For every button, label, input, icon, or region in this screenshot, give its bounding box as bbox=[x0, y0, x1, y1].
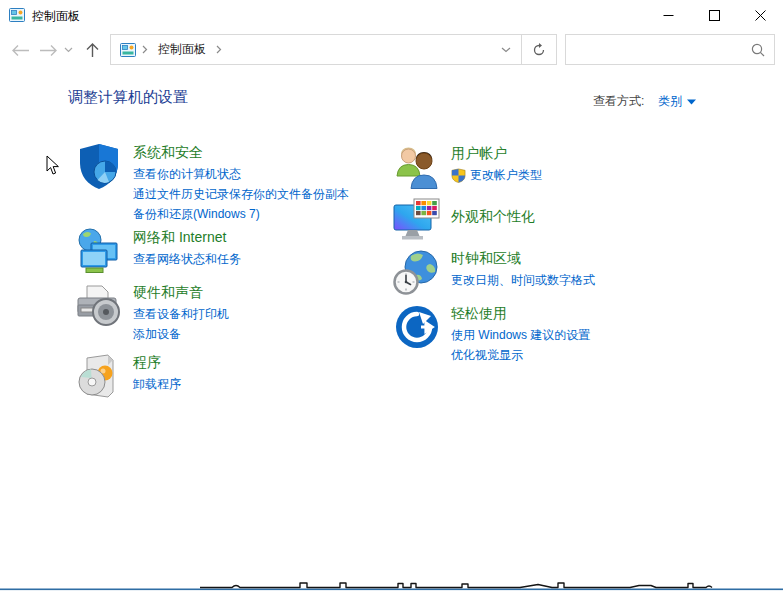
caret-down-icon bbox=[687, 99, 696, 105]
breadcrumb-item-control-panel[interactable]: 控制面板 bbox=[154, 41, 210, 58]
bottom-glitch-artifact bbox=[0, 579, 783, 591]
view-by-value: 类别 bbox=[658, 93, 682, 110]
control-panel-window: 控制面板 控制面板 bbox=[0, 0, 783, 591]
view-by-dropdown[interactable]: 类别 bbox=[658, 93, 696, 110]
link-change-date-time-format[interactable]: 更改日期、时间或数字格式 bbox=[451, 270, 595, 290]
category-clock-region: 时钟和区域 更改日期、时间或数字格式 bbox=[393, 248, 708, 296]
control-panel-icon bbox=[120, 42, 136, 58]
close-button[interactable] bbox=[737, 0, 783, 30]
search-input[interactable] bbox=[566, 36, 742, 63]
minimize-button[interactable] bbox=[645, 0, 691, 30]
system-security-icon[interactable] bbox=[75, 142, 123, 190]
minimize-icon bbox=[663, 10, 674, 21]
forward-arrow-icon bbox=[39, 44, 58, 57]
category-ease-of-access: 轻松使用 使用 Windows 建议的设置 优化视觉显示 bbox=[393, 303, 708, 365]
back-arrow-icon bbox=[11, 44, 30, 57]
close-icon bbox=[755, 10, 766, 21]
link-label: 更改帐户类型 bbox=[470, 165, 542, 185]
link-view-network-status[interactable]: 查看网络状态和任务 bbox=[133, 249, 241, 269]
up-arrow-icon bbox=[85, 42, 100, 58]
chevron-down-icon bbox=[501, 47, 511, 53]
category-title-ease-of-access[interactable]: 轻松使用 bbox=[451, 304, 590, 323]
link-uninstall-program[interactable]: 卸载程序 bbox=[133, 374, 181, 394]
window-title: 控制面板 bbox=[32, 8, 80, 25]
page-title: 调整计算机的设置 bbox=[68, 88, 188, 107]
category-title-clock-region[interactable]: 时钟和区域 bbox=[451, 249, 595, 268]
search-box[interactable] bbox=[565, 34, 775, 65]
refresh-button[interactable] bbox=[522, 35, 556, 64]
link-optimize-visual-display[interactable]: 优化视觉显示 bbox=[451, 345, 590, 365]
category-title-hardware-sound[interactable]: 硬件和声音 bbox=[133, 283, 229, 302]
link-file-history-backup[interactable]: 通过文件历史记录保存你的文件备份副本 bbox=[133, 184, 349, 204]
programs-icon[interactable] bbox=[75, 352, 123, 400]
refresh-icon bbox=[532, 43, 546, 57]
category-network-internet: 网络和 Internet 查看网络状态和任务 bbox=[75, 227, 390, 275]
category-title-programs[interactable]: 程序 bbox=[133, 353, 181, 372]
category-system-security: 系统和安全 查看你的计算机状态 通过文件历史记录保存你的文件备份副本 备份和还原… bbox=[75, 142, 390, 224]
back-button[interactable] bbox=[8, 30, 32, 70]
maximize-button[interactable] bbox=[691, 0, 737, 30]
category-user-accounts: 用户帐户 更改帐户类型 bbox=[393, 143, 708, 191]
link-add-device[interactable]: 添加设备 bbox=[133, 324, 229, 344]
view-by-control: 查看方式: 类别 bbox=[593, 93, 696, 110]
link-change-account-type[interactable]: 更改帐户类型 bbox=[451, 165, 542, 185]
category-hardware-sound: 硬件和声音 查看设备和打印机 添加设备 bbox=[75, 282, 390, 344]
mouse-cursor bbox=[46, 155, 60, 180]
address-bar[interactable]: 控制面板 bbox=[110, 34, 557, 65]
link-backup-restore-win7[interactable]: 备份和还原(Windows 7) bbox=[133, 204, 349, 224]
category-title-appearance-personalization[interactable]: 外观和个性化 bbox=[451, 207, 535, 226]
link-view-computer-status[interactable]: 查看你的计算机状态 bbox=[133, 164, 349, 184]
address-dropdown-button[interactable] bbox=[491, 35, 521, 64]
category-appearance-personalization: 外观和个性化 bbox=[393, 196, 708, 244]
view-by-label: 查看方式: bbox=[593, 93, 644, 110]
link-windows-suggested-settings[interactable]: 使用 Windows 建议的设置 bbox=[451, 325, 590, 345]
uac-shield-icon bbox=[451, 168, 466, 183]
window-bottom-border bbox=[0, 589, 783, 591]
category-title-network-internet[interactable]: 网络和 Internet bbox=[133, 228, 241, 247]
link-view-devices-printers[interactable]: 查看设备和打印机 bbox=[133, 304, 229, 324]
recent-locations-button[interactable] bbox=[60, 30, 76, 70]
navbar: 控制面板 bbox=[0, 30, 783, 70]
category-title-user-accounts[interactable]: 用户帐户 bbox=[451, 144, 542, 163]
ease-of-access-icon[interactable] bbox=[393, 303, 441, 351]
up-button[interactable] bbox=[80, 30, 104, 70]
hardware-sound-icon[interactable] bbox=[75, 282, 123, 330]
breadcrumb-chevron-icon[interactable] bbox=[216, 45, 222, 54]
control-panel-icon bbox=[9, 7, 25, 23]
search-icon[interactable] bbox=[742, 43, 774, 57]
forward-button[interactable] bbox=[36, 30, 60, 70]
category-title-system-security[interactable]: 系统和安全 bbox=[133, 143, 349, 162]
category-programs: 程序 卸载程序 bbox=[75, 352, 390, 400]
network-internet-icon[interactable] bbox=[75, 227, 123, 275]
appearance-personalization-icon[interactable] bbox=[393, 196, 441, 244]
user-accounts-icon[interactable] bbox=[393, 143, 441, 191]
maximize-icon bbox=[709, 10, 720, 21]
chevron-down-icon bbox=[64, 47, 73, 53]
titlebar: 控制面板 bbox=[0, 0, 783, 30]
breadcrumb-chevron-icon[interactable] bbox=[142, 45, 148, 54]
clock-region-icon[interactable] bbox=[393, 248, 441, 296]
